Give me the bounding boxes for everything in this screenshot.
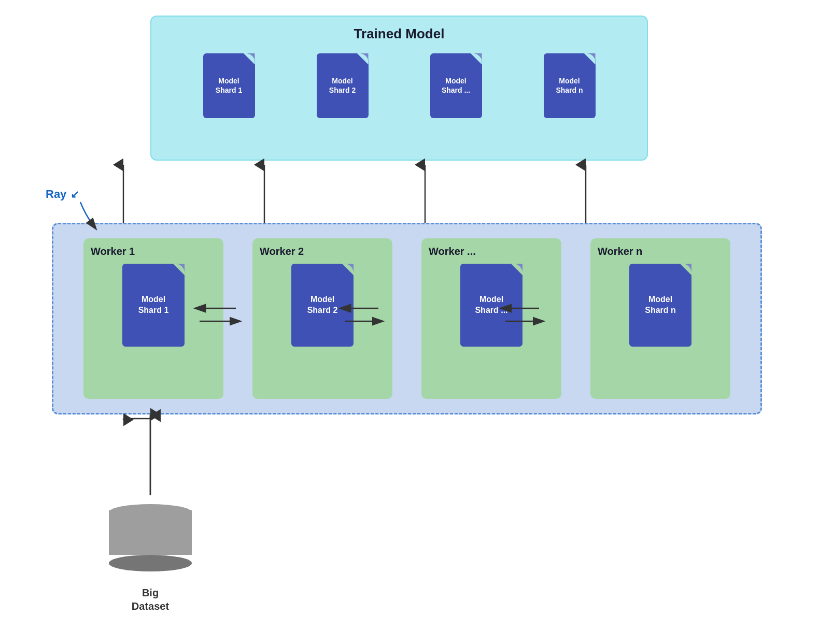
worker-ellipsis-box: Worker ... ModelShard ... (421, 238, 561, 399)
ray-arrow-icon: ↙ (70, 188, 79, 201)
cylinder-top (109, 504, 192, 521)
cylinder-bottom (109, 555, 192, 571)
trained-shard-n: ModelShard n (540, 49, 599, 122)
worker-2-title: Worker 2 (260, 246, 304, 257)
worker-ellipsis-doc: ModelShard ... (429, 264, 554, 392)
trained-shard-1-text: ModelShard 1 (216, 76, 242, 95)
worker-n-doc: ModelShard n (598, 264, 723, 392)
dataset-cylinder (109, 504, 192, 582)
trained-shard-1-shape: ModelShard 1 (203, 53, 255, 118)
dataset-line2: Dataset (132, 600, 169, 612)
trained-model-title: Trained Model (151, 17, 647, 49)
worker-ellipsis-shard-text: ModelShard ... (475, 294, 507, 316)
trained-shard-n-shape: ModelShard n (544, 53, 596, 118)
worker-1-box: Worker 1 ModelShard 1 (83, 238, 223, 399)
dataset-container: Big Dataset (109, 504, 192, 613)
worker-n-box: Worker n ModelShard n (590, 238, 730, 399)
worker-1-title: Worker 1 (91, 246, 135, 257)
ray-label-container: Ray ↙ (46, 188, 79, 201)
worker-1-doc-shape: ModelShard 1 (122, 264, 185, 347)
worker-ellipsis-title: Worker ... (429, 246, 476, 257)
ray-label-text: Ray (46, 188, 66, 201)
worker-2-doc-shape: ModelShard 2 (291, 264, 354, 347)
trained-model-box: Trained Model ModelShard 1 ModelShard 2 … (150, 16, 648, 161)
worker-n-doc-shape: ModelShard n (629, 264, 691, 347)
worker-n-title: Worker n (598, 246, 642, 257)
worker-2-box: Worker 2 ModelShard 2 (252, 238, 392, 399)
dataset-label: Big Dataset (109, 586, 192, 613)
trained-shard-1: ModelShard 1 (199, 49, 259, 122)
worker-ellipsis-doc-shape: ModelShard ... (460, 264, 523, 347)
workers-row: Worker 1 ModelShard 1 Worker 2 ModelShar… (53, 224, 760, 413)
ray-box: Worker 1 ModelShard 1 Worker 2 ModelShar… (52, 223, 762, 414)
worker-n-shard-text: ModelShard n (645, 294, 676, 316)
worker-1-doc: ModelShard 1 (91, 264, 216, 392)
trained-shard-ellipsis-text: ModelShard ... (442, 76, 470, 95)
diagram-container: Trained Model ModelShard 1 ModelShard 2 … (0, 0, 819, 644)
trained-model-shards-row: ModelShard 1 ModelShard 2 ModelShard ...… (151, 49, 647, 122)
trained-shard-ellipsis-shape: ModelShard ... (430, 53, 482, 118)
trained-shard-n-text: ModelShard n (556, 76, 583, 95)
worker-2-shard-text: ModelShard 2 (307, 294, 338, 316)
trained-shard-2: ModelShard 2 (313, 49, 372, 122)
dataset-line1: Big (142, 587, 159, 598)
worker-1-shard-text: ModelShard 1 (138, 294, 169, 316)
trained-shard-2-text: ModelShard 2 (329, 76, 356, 95)
trained-shard-2-shape: ModelShard 2 (317, 53, 369, 118)
worker-2-doc: ModelShard 2 (260, 264, 385, 392)
trained-shard-ellipsis: ModelShard ... (426, 49, 486, 122)
